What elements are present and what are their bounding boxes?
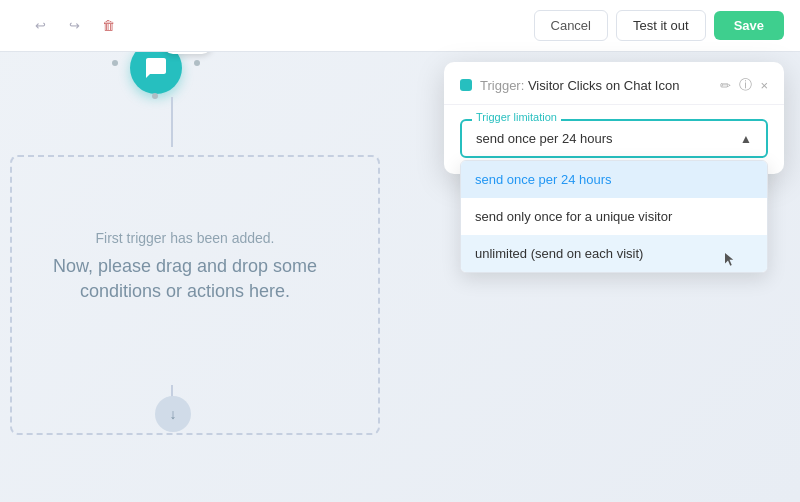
test-button[interactable]: Test it out [616, 10, 706, 41]
add-action-button[interactable]: ↓ [155, 396, 191, 432]
dropdown-list: send once per 24 hours send only once fo… [460, 160, 768, 273]
undo-button[interactable]: ↩ [26, 12, 54, 40]
dropdown-item-2-text: unlimited (send on each visit) [475, 246, 643, 261]
panel-title: Trigger: Visitor Clicks on Chat Icon [480, 78, 712, 93]
connector-line [171, 97, 173, 147]
redo-button[interactable]: ↪ [60, 12, 88, 40]
panel-header: Trigger: Visitor Clicks on Chat Icon ✏ ⓘ… [444, 62, 784, 105]
close-icon[interactable]: × [760, 78, 768, 93]
canvas-text-block: First trigger has been added. Now, pleas… [10, 230, 360, 304]
cancel-button[interactable]: Cancel [534, 10, 608, 41]
save-button[interactable]: Save [714, 11, 784, 40]
trigger-limitation-select[interactable]: send once per 24 hours ▲ [460, 119, 768, 158]
trigger-panel: Trigger: Visitor Clicks on Chat Icon ✏ ⓘ… [444, 62, 784, 174]
delete-button[interactable]: 🗑 [94, 12, 122, 40]
canvas-primary-text: First trigger has been added. [10, 230, 360, 246]
dropdown-item-0[interactable]: send once per 24 hours [461, 161, 767, 198]
edit-icon[interactable]: ✏ [720, 78, 731, 93]
panel-header-icons: ✏ ⓘ × [720, 76, 768, 94]
trigger-label: Trigger: [480, 78, 524, 93]
dropdown-item-1[interactable]: send only once for a unique visitor [461, 198, 767, 235]
select-value: send once per 24 hours [476, 131, 613, 146]
toolbar-left: ↩ ↪ 🗑 [26, 12, 122, 40]
cursor-icon [725, 253, 737, 268]
panel-body: Trigger limitation send once per 24 hour… [444, 105, 784, 174]
field-label: Trigger limitation [472, 111, 561, 123]
trigger-limitation-field: Trigger limitation send once per 24 hour… [460, 119, 768, 158]
toolbar: ↩ ↪ 🗑 Cancel Test it out Save [0, 0, 800, 52]
chevron-up-icon: ▲ [740, 132, 752, 146]
node-dot [152, 93, 158, 99]
info-icon[interactable]: ⓘ [739, 76, 752, 94]
node-dot [194, 60, 200, 66]
panel-color-indicator [460, 79, 472, 91]
chat-icon [144, 56, 168, 80]
node-dot [112, 60, 118, 66]
dropdown-item-2[interactable]: unlimited (send on each visit) [461, 235, 767, 272]
canvas-secondary-text: Now, please drag and drop some condition… [10, 254, 360, 304]
trigger-name: Visitor Clicks on Chat Icon [528, 78, 680, 93]
